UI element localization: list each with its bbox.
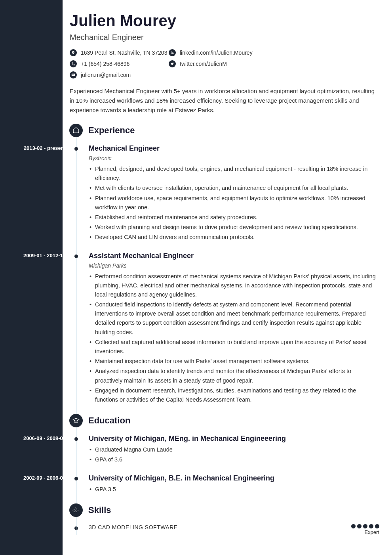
svg-rect-0 xyxy=(73,129,79,133)
contact-email: julien.m@gmail.com xyxy=(70,71,169,78)
rating-dot xyxy=(351,524,356,528)
entry-company: Bystronic xyxy=(89,155,379,161)
rating-dot xyxy=(375,524,379,528)
bullet-item: Planned, designed, and developed tools, … xyxy=(89,165,379,183)
entry-bullets: GPA 3.5 xyxy=(89,485,379,494)
entry-bullets: Graduated Magna Cum LaudeGPA of 3.6 xyxy=(89,445,379,464)
entry-company: Michigan Parks xyxy=(89,262,379,269)
timeline-dot xyxy=(74,477,78,480)
contact-linkedin: linkedin.com/in/Julien.Mourey xyxy=(169,49,287,56)
skill-name: 3D CAD MODELING SOFTWARE xyxy=(89,524,178,530)
entry-title: University of Michigan, B.E. in Mechanic… xyxy=(89,474,379,482)
timeline-dot xyxy=(74,147,78,151)
timeline-dot xyxy=(74,255,78,258)
briefcase-icon xyxy=(69,124,83,137)
timeline-entry: 2009-01 - 2012-12Assistant Mechanical En… xyxy=(70,252,379,405)
education-title: Education xyxy=(88,415,130,426)
entry-title: University of Michigan, MEng. in Mechani… xyxy=(89,434,379,443)
bullet-item: Planned workforce use, space requirement… xyxy=(89,194,379,212)
entry-dates: 2002-09 - 2006-06 xyxy=(7,475,66,481)
rating-dot xyxy=(357,524,362,528)
skill-level: Expert xyxy=(351,529,379,535)
entry-title: Mechanical Engineer xyxy=(89,144,379,153)
linkedin-icon xyxy=(169,49,176,56)
experience-title: Experience xyxy=(88,125,135,136)
entry-bullets: Performed condition assessments of mecha… xyxy=(89,272,379,405)
bullet-item: Engaged in document research, investigat… xyxy=(89,386,379,404)
timeline: Experience 2013-02 - presentMechanical E… xyxy=(70,124,379,535)
entry-dates: 2009-01 - 2012-12 xyxy=(7,253,66,258)
timeline-entry: 2006-09 - 2008-06University of Michigan,… xyxy=(70,434,379,464)
main-content: Julien Mourey Mechanical Engineer 1639 P… xyxy=(63,0,392,555)
candidate-name: Julien Mourey xyxy=(70,12,379,30)
puzzle-icon xyxy=(69,503,83,517)
sidebar xyxy=(0,0,63,555)
bullet-item: Collected and captured additional asset … xyxy=(89,338,379,356)
rating-dot xyxy=(363,524,367,528)
entry-title: Assistant Mechanical Engineer xyxy=(89,252,379,260)
resume-page: Julien Mourey Mechanical Engineer 1639 P… xyxy=(0,0,392,555)
bullet-item: GPA 3.5 xyxy=(89,485,379,494)
bullet-item: GPA of 3.6 xyxy=(89,455,379,464)
timeline-line xyxy=(76,128,76,535)
bullet-item: Met with clients to oversee installation… xyxy=(89,184,379,193)
entry-dates: 2013-02 - present xyxy=(7,145,66,151)
rating-dot xyxy=(369,524,373,528)
skill-rating-group: Expert xyxy=(351,524,379,535)
skills-title: Skills xyxy=(88,505,111,515)
experience-header: Experience xyxy=(70,124,379,137)
timeline-entry: 2002-09 - 2006-06University of Michigan,… xyxy=(70,474,379,494)
phone-icon xyxy=(70,60,77,67)
bullet-item: Maintained inspection data for use with … xyxy=(89,357,379,366)
email-icon xyxy=(70,71,77,78)
skills-header: Skills xyxy=(70,503,379,517)
graduation-icon xyxy=(69,414,83,427)
twitter-icon xyxy=(169,60,176,67)
bullet-item: Performed condition assessments of mecha… xyxy=(89,272,379,300)
contact-address: 1639 Pearl St, Nashville, TN 37203 xyxy=(70,49,169,56)
bullet-item: Graduated Magna Cum Laude xyxy=(89,445,379,454)
timeline-entry: 2013-02 - presentMechanical EngineerByst… xyxy=(70,144,379,242)
entry-bullets: Planned, designed, and developed tools, … xyxy=(89,165,379,242)
twitter-text: twitter.com/JulienM xyxy=(180,61,227,67)
bullet-item: Developed CAN and LIN drivers and commun… xyxy=(89,233,379,242)
location-icon xyxy=(70,49,77,56)
contact-phone: +1 (654) 258-46896 xyxy=(70,60,169,67)
skill-row: 3D CAD MODELING SOFTWAREExpert xyxy=(70,524,379,535)
bullet-item: Worked with planning and design teams to… xyxy=(89,223,379,232)
contact-twitter: twitter.com/JulienM xyxy=(169,60,287,67)
education-header: Education xyxy=(70,414,379,427)
candidate-title: Mechanical Engineer xyxy=(70,33,379,42)
phone-text: +1 (654) 258-46896 xyxy=(81,61,129,67)
contact-grid: 1639 Pearl St, Nashville, TN 37203 linke… xyxy=(70,49,379,78)
address-text: 1639 Pearl St, Nashville, TN 37203 xyxy=(81,50,167,56)
timeline-dot xyxy=(74,437,78,441)
email-text: julien.m@gmail.com xyxy=(81,72,131,78)
skill-rating-dots xyxy=(351,524,379,528)
bullet-item: Established and reinforced maintenance a… xyxy=(89,213,379,222)
linkedin-text: linkedin.com/in/Julien.Mourey xyxy=(180,50,253,56)
bullet-item: Analyzed inspection data to identify tre… xyxy=(89,367,379,385)
summary-text: Experienced Mechanical Engineer with 5+ … xyxy=(70,86,379,115)
bullet-item: Conducted field inspections to identify … xyxy=(89,300,379,337)
entry-dates: 2006-09 - 2008-06 xyxy=(7,435,66,441)
